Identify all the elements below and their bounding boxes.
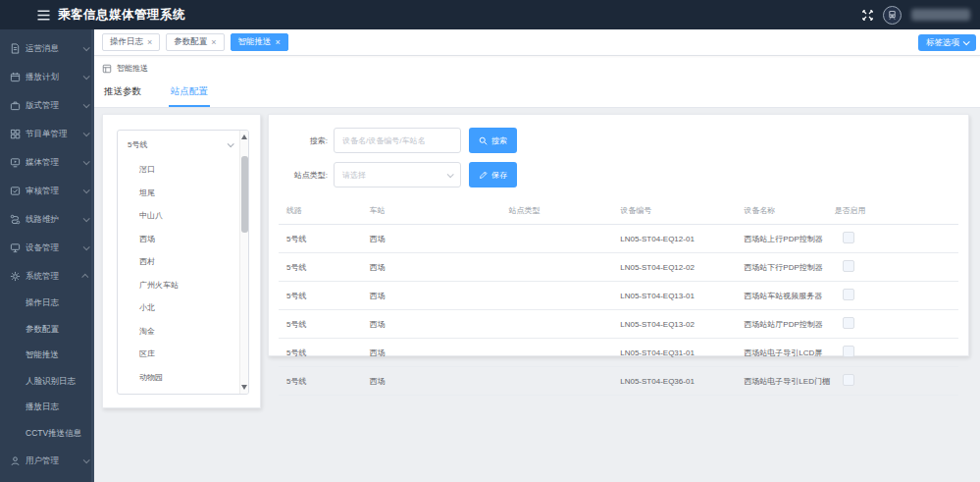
table-row[interactable]: 5号线 西场 LN05-ST04-EQ13-02 西场站站厅PDP控制器	[279, 310, 958, 339]
user-avatar-train-icon[interactable]	[883, 6, 902, 25]
page-tab[interactable]: 智能推送×	[231, 33, 288, 51]
search-button[interactable]: 搜索	[469, 128, 517, 153]
enabled-checkbox[interactable]	[843, 317, 854, 329]
sidebar-item-operation-news[interactable]: 运营消息	[0, 34, 94, 63]
sidebar-item-play-plan[interactable]: 播放计划	[0, 63, 94, 91]
system-submenu: 操作日志 参数配置 智能推送 人脸识别日志 播放日志 CCTV推送信息	[0, 291, 94, 447]
enabled-checkbox[interactable]	[843, 289, 854, 300]
scroll-down-arrow[interactable]	[241, 385, 247, 390]
cell-station: 西场	[362, 284, 501, 308]
cell-device-no: LN05-ST04-EQ12-02	[612, 256, 736, 279]
search-row: 搜索: 搜索	[279, 128, 958, 153]
search-icon	[479, 136, 488, 145]
breadcrumb: 智能推送	[94, 56, 980, 79]
chevron-down-icon	[83, 215, 90, 222]
station-tree-item[interactable]: 西村	[118, 250, 248, 274]
tag-options-button[interactable]: 标签选项	[918, 34, 976, 51]
save-button[interactable]: 保存	[469, 162, 517, 187]
column-header: 车站	[362, 197, 501, 224]
cell-station-type	[501, 289, 613, 302]
listbox-scrollbar[interactable]	[239, 131, 248, 394]
username-redacted[interactable]	[911, 9, 970, 21]
sidebar-subitem[interactable]: CCTV推送信息	[0, 421, 94, 448]
sidebar-item-device-mgmt[interactable]: 设备管理	[0, 234, 94, 262]
chevron-down-icon	[83, 243, 90, 250]
subtab[interactable]: 推送参数	[102, 82, 143, 107]
chevron-down-icon	[83, 187, 90, 193]
calendar-icon	[10, 72, 21, 82]
device-config-panel: 搜索: 搜索 站点类型: 请选择 保存	[268, 114, 969, 356]
cell-device-name: 西场站电子导引LCD屏	[736, 341, 826, 365]
grid-icon	[10, 129, 21, 139]
sidebar-subitem[interactable]: 播放日志	[0, 395, 94, 421]
enabled-checkbox[interactable]	[843, 260, 854, 272]
sidebar-item-media-mgmt[interactable]: 媒体管理	[0, 148, 94, 177]
sidebar-item-audit-mgmt[interactable]: 审核管理	[0, 177, 94, 205]
table-row[interactable]: 5号线 西场 LN05-ST04-EQ12-01 西场站上行PDP控制器	[279, 225, 958, 253]
close-icon[interactable]: ×	[276, 38, 281, 47]
cell-enabled	[827, 339, 958, 366]
sidebar-subitem[interactable]: 智能推送	[0, 343, 94, 369]
cell-station-type	[501, 232, 613, 245]
audit-check-icon	[10, 186, 21, 196]
chevron-down-icon	[83, 44, 90, 51]
top-header: 乘客信息媒体管理系统	[0, 0, 980, 29]
cell-device-no: LN05-ST04-EQ13-02	[612, 313, 736, 336]
line-tree-node[interactable]: 5号线	[118, 131, 248, 158]
scroll-up-arrow[interactable]	[241, 134, 247, 139]
cell-enabled	[827, 225, 958, 252]
enabled-checkbox[interactable]	[843, 232, 854, 243]
station-tree-item[interactable]: 小北	[118, 296, 248, 320]
station-tree-item[interactable]: 坦尾	[118, 182, 248, 205]
table-row[interactable]: 5号线 西场 LN05-ST04-EQ12-02 西场站下行PDP控制器	[279, 253, 958, 282]
sidebar-subitem[interactable]: 操作日志	[0, 291, 94, 317]
station-type-select[interactable]: 请选择	[334, 162, 461, 187]
fullscreen-icon[interactable]	[862, 10, 873, 21]
table-row[interactable]: 5号线 西场 LN05-ST04-EQ31-01 西场站电子导引LCD屏	[279, 339, 958, 367]
enabled-checkbox[interactable]	[843, 374, 854, 386]
cell-device-name: 西场站车站视频服务器	[736, 284, 826, 308]
station-tree-item[interactable]: 广州火车站	[118, 274, 248, 297]
hamburger-menu-icon[interactable]	[37, 10, 50, 21]
station-tree-item[interactable]: 区庄	[118, 343, 248, 366]
sidebar-item-user-mgmt[interactable]: 用户管理	[0, 447, 94, 475]
table-row[interactable]: 5号线 西场 LN05-ST04-EQ36-01 西场站电子导引LED门楣	[279, 367, 958, 396]
scrollbar-thumb[interactable]	[241, 156, 248, 233]
station-tree-item[interactable]: 中山八	[118, 204, 248, 228]
cell-line: 5号线	[279, 255, 362, 280]
station-tree-item[interactable]: 动物园	[118, 366, 248, 390]
sidebar-subitem[interactable]: 参数配置	[0, 317, 94, 344]
subtab[interactable]: 站点配置	[169, 82, 210, 107]
cell-device-name: 西场站站厅PDP控制器	[736, 312, 826, 337]
station-tree-panel: 5号线 滘口 坦尾 中山八 西场 西村 广州火车站 小北	[102, 114, 261, 408]
close-icon[interactable]: ×	[147, 38, 152, 47]
sidebar-subitem[interactable]: 人脸识别日志	[0, 369, 94, 396]
route-icon	[10, 214, 21, 225]
page-tab[interactable]: 操作日志×	[102, 33, 160, 51]
station-type-label: 站点类型:	[279, 170, 328, 181]
station-tree-item[interactable]: 淘金	[118, 320, 248, 344]
station-listbox: 5号线 滘口 坦尾 中山八 西场 西村 广州火车站 小北	[117, 130, 249, 395]
cell-enabled	[827, 367, 958, 395]
table-header-row: 线路 车站 站点类型 设备编号 设备名称 是否启用	[279, 197, 958, 225]
station-tree-item[interactable]: 滘口	[118, 158, 248, 182]
cell-station-type	[501, 346, 613, 359]
user-icon	[10, 455, 21, 466]
column-header: 站点类型	[501, 197, 613, 224]
table-row[interactable]: 5号线 西场 LN05-ST04-EQ13-01 西场站车站视频服务器	[279, 282, 958, 310]
close-icon[interactable]: ×	[211, 38, 216, 47]
sidebar-item-playlist-mgmt[interactable]: 节目单管理	[0, 120, 94, 148]
pencil-icon	[479, 171, 488, 180]
search-input[interactable]	[334, 128, 461, 153]
sidebar-scrollbar[interactable]	[91, 29, 94, 482]
sidebar-item-system-mgmt[interactable]: 系统管理	[0, 262, 94, 291]
cell-device-no: LN05-ST04-EQ13-01	[612, 285, 736, 307]
page-tab[interactable]: 参数配置×	[166, 33, 224, 51]
column-header: 线路	[279, 197, 362, 224]
page-title: 智能推送	[117, 63, 148, 74]
cell-station-type	[501, 260, 613, 274]
enabled-checkbox[interactable]	[843, 346, 854, 357]
sidebar-item-line-maintenance[interactable]: 线路维护	[0, 205, 94, 234]
sidebar-item-layout-mgmt[interactable]: 版式管理	[0, 91, 94, 120]
station-tree-item[interactable]: 西场	[118, 228, 248, 251]
